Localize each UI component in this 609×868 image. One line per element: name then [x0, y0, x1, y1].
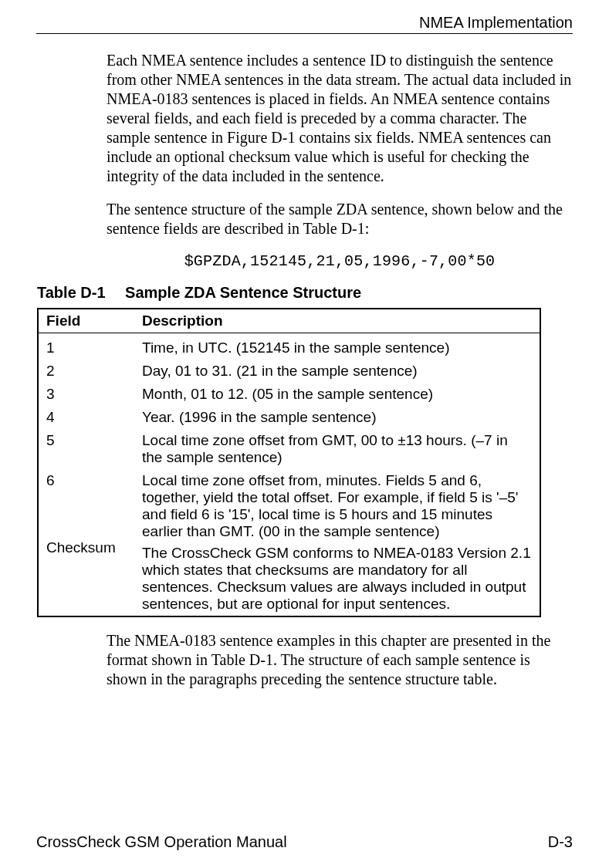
cell-description: Local time zone offset from GMT, 00 to ±…: [134, 429, 540, 469]
table-row: 5 Local time zone offset from GMT, 00 to…: [38, 429, 540, 469]
table-caption: Table D-1 Sample ZDA Sentence Structure: [37, 284, 573, 302]
cell-field: 1: [38, 333, 134, 360]
cell-field: Checksum: [38, 518, 134, 616]
cell-description: Year. (1996 in the sample sentence): [134, 406, 540, 429]
zda-structure-table: Field Description 1 Time, in UTC. (15214…: [37, 308, 541, 617]
cell-field: 6: [38, 469, 134, 518]
table-row: 4 Year. (1996 in the sample sentence): [38, 406, 540, 429]
sample-sentence-code: $GPZDA,152145,21,05,1996,-7,00*50: [107, 252, 573, 270]
table-title: Sample ZDA Sentence Structure: [125, 284, 361, 301]
table-row: 6 Local time zone offset from, minutes. …: [38, 469, 540, 518]
cell-field: 5: [38, 429, 134, 469]
table-row: 2 Day, 01 to 31. (21 in the sample sente…: [38, 360, 540, 383]
cell-field: 3: [38, 383, 134, 406]
table-header-description: Description: [134, 309, 540, 333]
cell-description: Day, 01 to 31. (21 in the sample sentenc…: [134, 360, 540, 383]
cell-desc-part2: The CrossCheck GSM conforms to NMEA-0183…: [142, 545, 532, 613]
header-section-title: NMEA Implementation: [36, 14, 573, 33]
cell-field: 4: [38, 406, 134, 429]
table-number: Table D-1: [37, 284, 106, 302]
page-footer: CrossCheck GSM Operation Manual D-3: [36, 833, 573, 851]
footer-left: CrossCheck GSM Operation Manual: [36, 833, 287, 851]
cell-description: Time, in UTC. (152145 in the sample sent…: [134, 333, 540, 360]
cell-desc-part1: Local time zone offset from, minutes. Fi…: [142, 472, 532, 540]
intro-paragraph-1: Each NMEA sentence includes a sentence I…: [107, 51, 573, 186]
table-row: 1 Time, in UTC. (152145 in the sample se…: [38, 333, 540, 360]
table-header-field: Field: [38, 309, 134, 333]
table-row: 3 Month, 01 to 12. (05 in the sample sen…: [38, 383, 540, 406]
cell-description: Local time zone offset from, minutes. Fi…: [134, 469, 540, 616]
intro-paragraph-2: The sentence structure of the sample ZDA…: [107, 200, 573, 238]
closing-paragraph: The NMEA-0183 sentence examples in this …: [107, 631, 573, 689]
cell-field: 2: [38, 360, 134, 383]
footer-right: D-3: [548, 833, 573, 851]
cell-description: Month, 01 to 12. (05 in the sample sente…: [134, 383, 540, 406]
